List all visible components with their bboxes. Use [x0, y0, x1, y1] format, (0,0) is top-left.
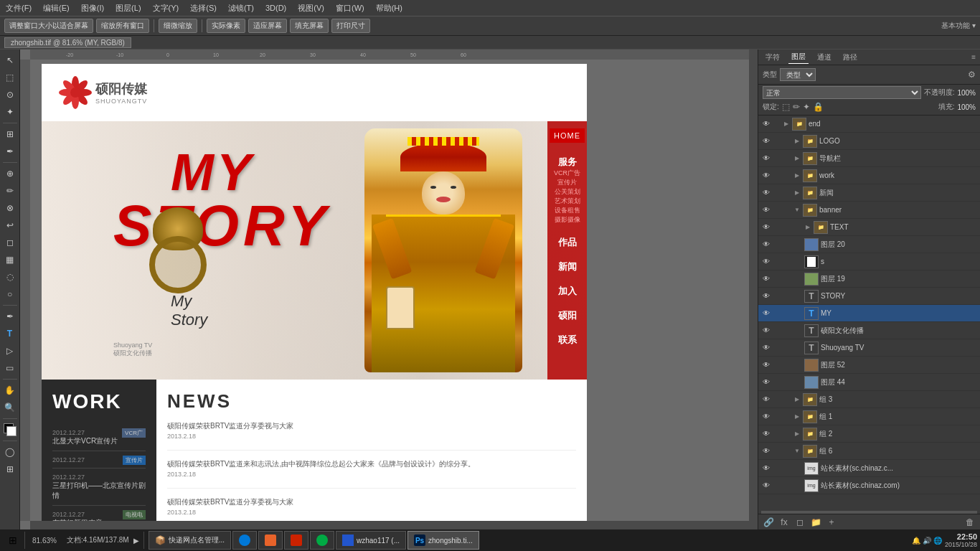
add-style-btn[interactable]: fx	[778, 517, 790, 528]
layer-expand-btn[interactable]: ▶	[793, 396, 801, 403]
layer-expand-btn[interactable]: ▶	[793, 430, 801, 438]
gradient-tool[interactable]: ▦	[2, 252, 18, 268]
layer-visibility-eye[interactable]: 👁	[761, 343, 771, 353]
layer-group-6[interactable]: 👁 ▼ 📁 组 6	[758, 443, 980, 460]
zoom-all-btn[interactable]: 缩放所有窗口	[96, 19, 149, 33]
nav-news[interactable]: 新闻	[547, 255, 587, 279]
menu-help[interactable]: 帮助(H)	[376, 3, 402, 14]
layer-visibility-eye[interactable]: 👁	[761, 240, 771, 250]
taskbar-app-5[interactable]	[310, 531, 334, 550]
tab-layers[interactable]: 图层	[788, 50, 809, 64]
layer-visibility-eye[interactable]: 👁	[761, 205, 771, 215]
layer-end[interactable]: 👁 ▶ 📁 end	[758, 116, 980, 133]
layer-expand-btn[interactable]: ▶	[783, 121, 790, 128]
lock-all-btn[interactable]: 🔒	[813, 102, 824, 112]
shape-tool[interactable]: ▭	[2, 360, 18, 376]
layer-expand-btn[interactable]: ▶	[793, 172, 801, 179]
layer-group-1[interactable]: 👁 ▶ 📁 组 1	[758, 408, 980, 425]
layer-story-text[interactable]: 👁 T STORY	[758, 288, 980, 305]
opacity-value[interactable]: 100%	[957, 89, 976, 97]
layer-shuoyang-text[interactable]: 👁 T 硕阳文化传播	[758, 322, 980, 339]
taskbar-app-wzhao[interactable]: wzhao117 (...	[336, 531, 406, 550]
menu-window[interactable]: 窗口(W)	[336, 3, 364, 14]
layer-visibility-eye[interactable]: 👁	[761, 291, 771, 301]
layer-text-folder[interactable]: 👁 ▶ 📁 TEXT	[758, 219, 980, 236]
layer-20[interactable]: 👁 图层 20	[758, 236, 980, 253]
fill-value[interactable]: 100%	[957, 103, 976, 111]
menu-view[interactable]: 视图(V)	[298, 3, 324, 14]
layer-logo[interactable]: 👁 ▶ 📁 LOGO	[758, 133, 980, 150]
dodge-tool[interactable]: ○	[2, 286, 18, 302]
zoom-tool[interactable]: 🔍	[2, 400, 18, 415]
layer-zcsc-1[interactable]: 👁 img 站长素材(sc.chinaz.c...	[758, 460, 980, 477]
menu-text[interactable]: 文字(Y)	[153, 3, 179, 14]
layer-expand-btn[interactable]: ▼	[793, 448, 801, 455]
menu-select[interactable]: 选择(S)	[190, 3, 217, 14]
layer-expand-btn[interactable]: ▶	[793, 189, 801, 197]
layer-visibility-eye[interactable]: 👁	[761, 360, 771, 370]
layer-visibility-eye[interactable]: 👁	[761, 377, 771, 387]
path-select-tool[interactable]: ▷	[2, 343, 18, 359]
layer-expand-btn[interactable]: ▶	[793, 138, 801, 145]
layer-visibility-eye[interactable]: 👁	[761, 395, 771, 405]
nav-service[interactable]: 服务 VCR广告 宣传片 公关策划 艺术策划 设备租售 摄影摄像	[547, 150, 587, 230]
tab-channels[interactable]: 通道	[814, 51, 834, 64]
layer-group-2[interactable]: 👁 ▶ 📁 组 2	[758, 425, 980, 443]
taskbar-app-2[interactable]	[232, 531, 257, 550]
layer-group-3[interactable]: 👁 ▶ 📁 组 3	[758, 391, 980, 408]
layer-zcsc-2[interactable]: 👁 img 站长素材(sc.chinaz.com)	[758, 477, 980, 494]
taskbar-app-3[interactable]	[258, 531, 283, 550]
layer-visibility-eye[interactable]: 👁	[761, 326, 771, 336]
nav-shuoyang[interactable]: 硕阳	[547, 303, 587, 328]
quick-select-tool[interactable]: ✦	[2, 104, 18, 120]
layer-visibility-eye[interactable]: 👁	[761, 257, 771, 267]
layer-44[interactable]: 👁 图层 44	[758, 374, 980, 391]
pen-tool[interactable]: ✒	[2, 309, 18, 324]
crop-tool[interactable]: ⊞	[2, 126, 18, 142]
blend-mode-select[interactable]: 正常	[763, 86, 921, 99]
taskbar-app-4[interactable]	[284, 531, 308, 550]
layer-52[interactable]: 👁 图层 52	[758, 357, 980, 374]
lasso-tool[interactable]: ⊙	[2, 87, 18, 103]
new-group-btn[interactable]: 📁	[810, 517, 821, 528]
menu-3d[interactable]: 3D(D)	[265, 4, 286, 12]
fit-window-btn[interactable]: 调整窗口大小以适合屏幕	[4, 19, 93, 33]
layer-visibility-eye[interactable]: 👁	[761, 188, 771, 198]
horizontal-scrollbar[interactable]	[30, 521, 758, 529]
move-tool[interactable]: ↖	[2, 52, 18, 68]
quick-mask-tool[interactable]: ◯	[2, 444, 18, 460]
type-tool[interactable]: T	[2, 326, 18, 342]
layer-visibility-eye[interactable]: 👁	[761, 274, 771, 284]
fit-screen-btn[interactable]: 适应屏幕	[248, 19, 287, 33]
layer-work[interactable]: 👁 ▶ 📁 work	[758, 167, 980, 184]
menu-filter[interactable]: 滤镜(T)	[228, 3, 254, 14]
panel-options-icon[interactable]: ≡	[971, 53, 976, 61]
menu-layer[interactable]: 图层(L)	[116, 3, 141, 14]
layer-my-text[interactable]: 👁 T MY	[758, 305, 980, 322]
layer-s[interactable]: 👁 s	[758, 253, 980, 270]
lock-pixels-btn[interactable]: ✏	[793, 102, 800, 112]
nav-contact[interactable]: 联系	[547, 328, 587, 352]
marquee-tool[interactable]: ⬚	[2, 70, 18, 85]
brush-tool[interactable]: ✏	[2, 183, 18, 199]
layer-visibility-eye[interactable]: 👁	[761, 171, 771, 181]
layer-expand-btn[interactable]: ▶	[804, 224, 811, 231]
layer-news[interactable]: 👁 ▶ 📁 新闻	[758, 184, 980, 202]
history-brush-tool[interactable]: ↩	[2, 217, 18, 233]
menu-file[interactable]: 文件(F)	[6, 3, 32, 14]
screen-mode-tool[interactable]: ⊞	[2, 461, 18, 477]
taskbar-app-ps[interactable]: Ps zhongshib.ti...	[407, 531, 479, 550]
add-mask-btn[interactable]: ◻	[794, 517, 806, 528]
layer-visibility-eye[interactable]: 👁	[761, 136, 771, 146]
layer-visibility-eye[interactable]: 👁	[761, 412, 771, 422]
delete-layer-btn[interactable]: 🗑	[964, 517, 976, 528]
layer-visibility-eye[interactable]: 👁	[761, 154, 771, 164]
lock-transparent-btn[interactable]: ⬚	[782, 102, 790, 112]
layer-visibility-eye[interactable]: 👁	[761, 481, 771, 491]
layer-19[interactable]: 👁 图层 19	[758, 270, 980, 288]
lock-position-btn[interactable]: ✦	[803, 102, 810, 112]
layer-visibility-eye[interactable]: 👁	[761, 429, 771, 439]
fill-screen-btn[interactable]: 填充屏幕	[290, 19, 329, 33]
layer-visibility-eye[interactable]: 👁	[761, 222, 771, 232]
print-size-btn[interactable]: 打印尺寸	[331, 19, 370, 33]
